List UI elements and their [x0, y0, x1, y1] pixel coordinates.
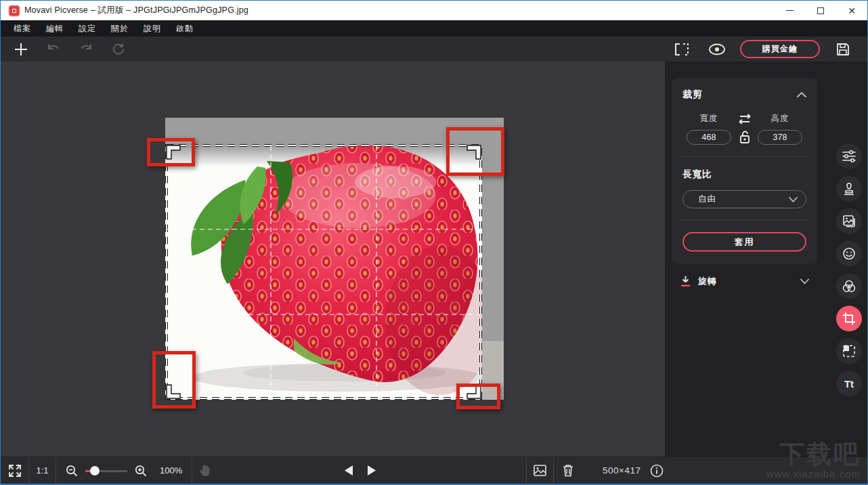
tool-face-effects[interactable] — [836, 241, 862, 267]
zoom-in-icon[interactable] — [135, 465, 147, 477]
eye-icon — [708, 43, 726, 55]
close-button[interactable]: ✕ — [836, 1, 867, 20]
crop-panel: 裁剪 寬度 高度 — [672, 78, 817, 264]
bottom-bar: 1:1 100% — [1, 457, 867, 484]
image-size-label: 500×417 — [603, 465, 641, 476]
menu-about[interactable]: 關於 — [104, 20, 136, 37]
width-label: 寬度 — [687, 113, 731, 124]
title-bar: Movavi Picverse – 試用版 – JPGtJPGiJPGmJPGg… — [1, 1, 867, 20]
add-file-button[interactable] — [9, 39, 33, 60]
annotation-box-bottom-right — [456, 384, 500, 409]
maximize-icon — [817, 7, 824, 14]
plus-icon — [14, 42, 28, 57]
annotation-box-top-right — [446, 127, 504, 176]
right-panel: 裁剪 寬度 高度 — [665, 62, 867, 457]
smiley-icon — [842, 247, 856, 260]
zoom-controls: 100% — [56, 465, 192, 477]
filters-circles-icon — [842, 279, 856, 293]
menu-settings[interactable]: 設定 — [71, 20, 104, 37]
apply-crop-button[interactable]: 套用 — [682, 232, 806, 252]
collapse-chevron-up-icon[interactable] — [797, 92, 806, 97]
redo-button[interactable] — [74, 39, 98, 60]
tool-rail: Tt — [831, 62, 867, 457]
adjustments-sliders-icon — [842, 150, 856, 162]
zoom-ratio-label: 1:1 — [36, 465, 48, 476]
save-button[interactable] — [831, 39, 855, 60]
main-content: 裁剪 寬度 高度 — [1, 62, 867, 457]
fit-screen-icon — [9, 465, 21, 477]
crop-icon — [842, 312, 856, 325]
previous-image-button[interactable] — [343, 465, 353, 476]
tool-adjustments[interactable] — [836, 143, 862, 169]
menu-edit[interactable]: 編輯 — [39, 20, 71, 37]
width-input[interactable] — [687, 130, 731, 145]
menu-file[interactable]: 檔案 — [6, 20, 39, 37]
unlock-icon[interactable] — [739, 130, 751, 145]
aspect-ratio-dropdown[interactable]: 自由 — [682, 190, 806, 208]
stamp-retouch-icon — [843, 182, 855, 195]
undo-button[interactable] — [41, 39, 66, 60]
picture-icon — [842, 214, 856, 228]
minimize-button[interactable] — [774, 1, 805, 20]
height-label: 高度 — [758, 113, 802, 124]
straighten-icon — [680, 275, 691, 287]
reset-icon — [112, 43, 125, 56]
chevron-down-icon — [800, 279, 809, 284]
crop-panel-title: 裁剪 — [682, 89, 703, 101]
divider — [680, 156, 809, 157]
aspect-ratio-value: 自由 — [698, 193, 716, 205]
swap-dimensions-icon[interactable] — [737, 114, 752, 124]
annotation-box-top-left — [147, 138, 195, 166]
save-floppy-icon — [836, 43, 850, 56]
tool-retouch[interactable] — [836, 176, 862, 202]
zoom-out-icon[interactable] — [66, 465, 78, 477]
navigation-controls — [343, 457, 377, 484]
divider — [680, 220, 809, 221]
fit-to-screen-button[interactable] — [1, 457, 28, 484]
zoom-slider-knob[interactable] — [90, 466, 100, 476]
preview-original-button[interactable] — [705, 39, 729, 60]
buy-key-button[interactable]: 購買金鑰 — [740, 40, 820, 58]
info-button[interactable] — [650, 464, 664, 478]
tool-crop-active[interactable] — [836, 306, 862, 331]
reset-button[interactable] — [106, 39, 131, 60]
actual-size-button[interactable]: 1:1 — [29, 457, 56, 484]
window-controls: ✕ — [774, 1, 867, 20]
tool-background[interactable] — [836, 208, 862, 234]
delete-image-button[interactable] — [554, 457, 582, 484]
show-image-info-button[interactable] — [527, 457, 553, 484]
height-input[interactable] — [758, 130, 802, 145]
app-logo-icon — [9, 6, 19, 16]
close-icon: ✕ — [848, 6, 856, 16]
tool-filters[interactable] — [836, 273, 862, 299]
editor-canvas[interactable] — [1, 62, 665, 457]
tool-resize[interactable] — [836, 338, 862, 364]
chevron-down-icon — [789, 197, 798, 202]
trash-icon — [563, 464, 573, 477]
redo-icon — [79, 43, 93, 56]
zoom-slider[interactable] — [85, 466, 127, 476]
minimize-icon — [786, 10, 794, 11]
hand-icon — [199, 464, 211, 477]
toolbar: 購買金鑰 — [1, 37, 867, 62]
tool-text[interactable]: Tt — [836, 371, 862, 396]
window-title: Movavi Picverse – 試用版 – JPGtJPGiJPGmJPGg… — [24, 5, 248, 16]
image-icon — [534, 465, 546, 476]
app-window: Movavi Picverse – 試用版 – JPGtJPGiJPGmJPGg… — [0, 0, 868, 485]
compare-split-icon — [674, 43, 690, 56]
next-image-button[interactable] — [367, 465, 377, 476]
zoom-percent-label: 100% — [160, 465, 182, 476]
aspect-ratio-label: 長寬比 — [682, 168, 806, 181]
bottom-right-controls: 500×417 — [526, 457, 664, 484]
compare-before-after-button[interactable] — [670, 39, 694, 60]
annotation-box-bottom-left — [152, 351, 196, 409]
text-icon: Tt — [844, 378, 854, 390]
menu-help[interactable]: 說明 — [136, 20, 169, 37]
maximize-button[interactable] — [805, 1, 836, 20]
rotate-section-title: 旋轉 — [698, 275, 717, 287]
undo-icon — [46, 43, 61, 56]
rotate-section-header[interactable]: 旋轉 — [672, 270, 817, 293]
pan-hand-button[interactable] — [192, 457, 217, 484]
menu-bar: 檔案 編輯 設定 關於 說明 啟動 — [1, 20, 867, 37]
menu-activate[interactable]: 啟動 — [169, 20, 201, 37]
